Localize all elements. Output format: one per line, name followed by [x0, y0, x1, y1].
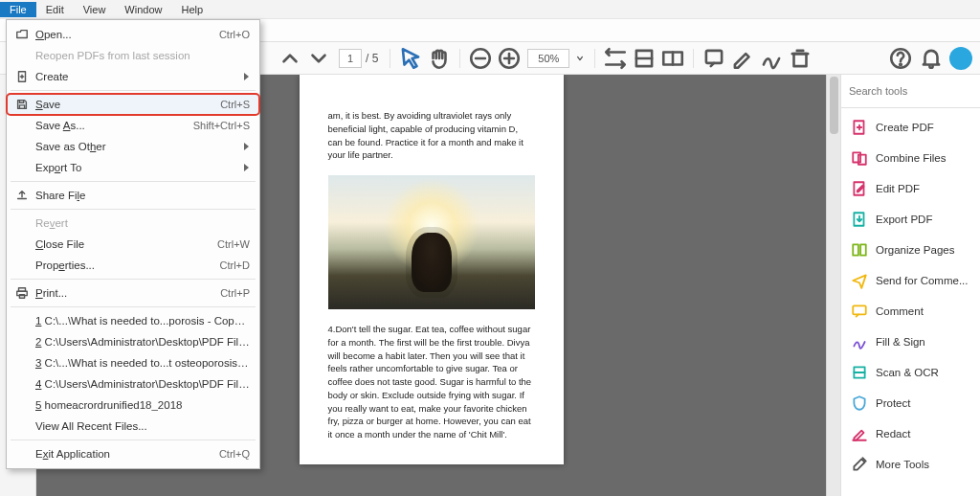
tool-create-pdf[interactable]: Create PDF: [841, 112, 980, 143]
svg-point-14: [900, 63, 902, 65]
file-save-accel: Ctrl+S: [220, 99, 250, 110]
file-save-other[interactable]: Save as Other: [7, 136, 259, 157]
more-tools-icon: [851, 456, 868, 473]
menu-view[interactable]: View: [74, 2, 116, 17]
fill-sign-icon: [851, 333, 868, 350]
recent-file-1-label: 1 C:\...\What is needed to...porosis - C…: [35, 315, 250, 327]
tool-organize-pages[interactable]: Organize Pages: [841, 235, 980, 265]
svg-rect-33: [19, 295, 24, 299]
document-photo: [328, 175, 535, 309]
edit-pdf-icon: [851, 180, 868, 197]
scrollbar-thumb[interactable]: [830, 77, 838, 134]
recent-file-5[interactable]: 5 homeacrordrunified18_2018: [7, 395, 259, 416]
sign-button[interactable]: [759, 46, 784, 71]
menu-window[interactable]: Window: [115, 2, 171, 17]
file-save-as[interactable]: Save As... Shift+Ctrl+S: [7, 115, 259, 136]
tool-label: More Tools: [876, 459, 929, 470]
page-total-label: / 5: [366, 52, 378, 65]
svg-rect-30: [19, 105, 24, 109]
file-exit-accel: Ctrl+Q: [219, 448, 250, 460]
file-print[interactable]: Print... Ctrl+P: [7, 282, 259, 304]
file-properties-accel: Ctrl+D: [220, 259, 250, 271]
create-pdf-icon: [851, 119, 868, 136]
menu-file[interactable]: File: [0, 2, 36, 17]
tool-fill-sign[interactable]: Fill & Sign: [841, 327, 980, 357]
highlight-button[interactable]: [730, 46, 755, 71]
delete-pages-button[interactable]: [788, 46, 813, 71]
zoom-in-button[interactable]: [497, 46, 522, 71]
file-print-label: Print...: [35, 287, 212, 299]
read-mode-button[interactable]: [660, 46, 685, 71]
file-exit-label: Exit Application: [35, 448, 212, 460]
page-up-button[interactable]: [278, 46, 302, 71]
fit-page-button[interactable]: [632, 46, 657, 71]
file-export-to-label: Export To: [35, 162, 238, 173]
help-button[interactable]: [888, 46, 913, 71]
tool-label: Organize Pages: [876, 244, 954, 256]
tool-scan-ocr[interactable]: Scan & OCR: [841, 357, 980, 388]
svg-rect-29: [19, 101, 23, 103]
document-paragraph-2: 4.Don't tell the sugar. Eat tea, coffee …: [328, 323, 535, 441]
submenu-arrow-icon: [244, 73, 250, 80]
recent-file-4[interactable]: 4 C:\Users\Administrator\Desktop\PDF Fil…: [7, 373, 259, 395]
tool-label: Send for Comme...: [876, 275, 969, 286]
tool-export-pdf[interactable]: Export PDF: [841, 204, 980, 235]
fit-width-button[interactable]: [603, 46, 628, 71]
tool-send-for-comments[interactable]: Send for Comme...: [841, 265, 980, 296]
tool-edit-pdf[interactable]: Edit PDF: [841, 173, 980, 204]
comment-icon: [851, 303, 868, 320]
svg-rect-24: [853, 305, 866, 314]
recent-file-2[interactable]: 2 C:\Users\Administrator\Desktop\PDF Fil…: [7, 331, 259, 352]
file-open[interactable]: Open... Ctrl+O: [7, 24, 259, 45]
page-down-button[interactable]: [306, 46, 331, 71]
page-number-input[interactable]: 1: [339, 49, 362, 68]
select-tool-button[interactable]: [398, 46, 423, 71]
file-properties-label: Properties...: [35, 259, 212, 271]
file-reopen: Reopen PDFs from last session: [7, 45, 259, 66]
file-exit[interactable]: Exit Application Ctrl+Q: [7, 443, 259, 464]
tools-search-input[interactable]: [849, 81, 972, 101]
file-share[interactable]: Share File: [7, 185, 259, 206]
vertical-scrollbar[interactable]: [826, 75, 840, 496]
file-revert: Revert: [7, 213, 259, 234]
account-avatar[interactable]: [949, 47, 972, 70]
menu-edit[interactable]: Edit: [36, 2, 74, 17]
zoom-out-button[interactable]: [468, 46, 493, 71]
tool-protect[interactable]: Protect: [841, 388, 980, 418]
page-indicator: 1 / 5: [339, 49, 378, 68]
file-save[interactable]: Save Ctrl+S: [7, 94, 259, 115]
menu-help[interactable]: Help: [171, 2, 212, 17]
sticky-note-button[interactable]: [702, 46, 726, 71]
tool-combine-files[interactable]: Combine Files: [841, 143, 980, 173]
recent-file-3[interactable]: 3 C:\...\What is needed to...t osteoporo…: [7, 352, 259, 373]
file-save-as-label: Save As...: [35, 120, 186, 131]
organize-pages-icon: [851, 241, 868, 259]
notifications-button[interactable]: [919, 46, 944, 71]
tool-redact[interactable]: Redact: [841, 418, 980, 449]
hand-tool-button[interactable]: [427, 46, 452, 71]
file-create[interactable]: Create: [7, 66, 259, 87]
file-properties[interactable]: Properties... Ctrl+D: [7, 255, 259, 276]
recent-file-1[interactable]: 1 C:\...\What is needed to...porosis - C…: [7, 310, 259, 331]
zoom-level-input[interactable]: 50%: [527, 49, 569, 68]
file-print-accel: Ctrl+P: [220, 287, 250, 299]
tool-more-tools[interactable]: More Tools: [841, 449, 980, 480]
svg-rect-22: [853, 244, 858, 255]
export-pdf-icon: [851, 211, 868, 228]
tool-label: Create PDF: [876, 122, 934, 133]
file-share-label: Share File: [35, 190, 250, 201]
view-all-recent[interactable]: View All Recent Files...: [7, 416, 259, 437]
tool-label: Comment: [876, 305, 924, 317]
svg-rect-10: [794, 54, 807, 66]
tools-panel: Create PDF Combine Files Edit PDF Export…: [840, 75, 980, 496]
svg-rect-23: [860, 244, 866, 255]
recent-file-3-label: 3 C:\...\What is needed to...t osteoporo…: [35, 357, 250, 369]
document-paragraph-1: am, it is best. By avoiding ultraviolet …: [328, 109, 535, 162]
file-close[interactable]: Close File Ctrl+W: [7, 234, 259, 255]
file-save-label: Save: [35, 99, 212, 110]
view-all-recent-label: View All Recent Files...: [35, 420, 250, 432]
file-export-to[interactable]: Export To: [7, 157, 259, 178]
zoom-dropdown-button[interactable]: [573, 46, 587, 71]
tool-comment[interactable]: Comment: [841, 296, 980, 327]
tool-label: Protect: [876, 397, 910, 409]
